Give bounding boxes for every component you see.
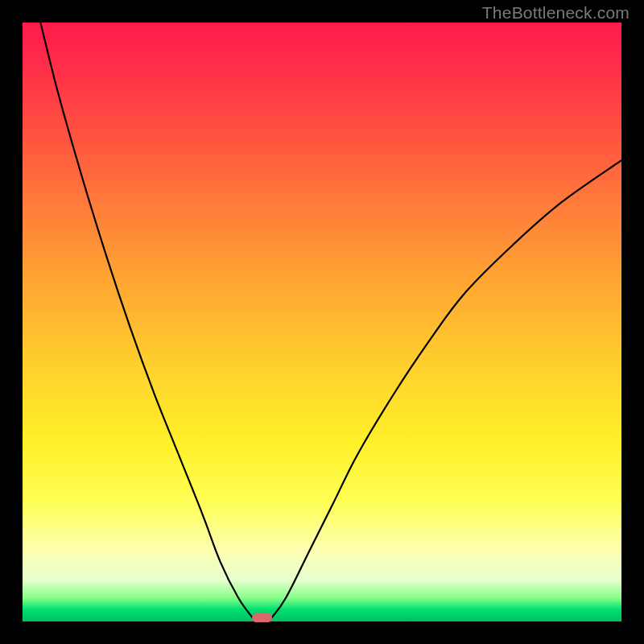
plot-area: [23, 23, 621, 621]
curve-right-branch: [271, 160, 621, 618]
curve-left-branch: [40, 23, 253, 618]
bottleneck-curve: [23, 23, 621, 621]
chart-frame: TheBottleneck.com: [0, 0, 644, 644]
minimum-marker: [252, 613, 272, 621]
watermark-text: TheBottleneck.com: [482, 3, 630, 23]
